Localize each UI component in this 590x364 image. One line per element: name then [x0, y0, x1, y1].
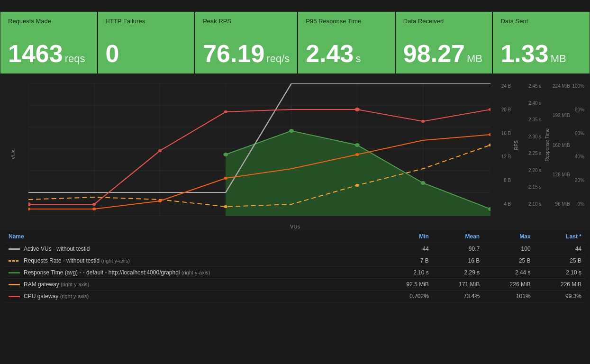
metric-card-p95-response-time: P95 Response Time 2.43s: [298, 12, 396, 73]
chart-section: VUs 100 70 50 30 20 10: [0, 74, 590, 230]
table-row: RAM gateway (right y-axis) 92.5 MiB 171 …: [5, 279, 585, 291]
legend-mean: 90.7: [433, 243, 483, 255]
svg-point-48: [355, 108, 360, 111]
legend-last: 44: [535, 243, 585, 255]
metric-value: 0: [106, 41, 187, 66]
legend-last: 25 B: [535, 255, 585, 267]
metric-card-http-failures: HTTP Failures 0: [98, 12, 196, 73]
svg-point-40: [158, 200, 162, 202]
table-row: Requests Rate - without testid (right y-…: [5, 255, 585, 267]
svg-point-45: [92, 203, 96, 206]
table-row: Response Time (avg) - - default - http:/…: [5, 267, 585, 279]
svg-point-44: [28, 202, 31, 206]
legend-max: 25 B: [483, 255, 534, 267]
col-mean: Mean: [433, 230, 483, 243]
legend-mean: 73.4%: [433, 291, 483, 302]
legend-last: 2.10 s: [535, 267, 585, 279]
header: [0, 0, 590, 11]
svg-point-36: [355, 184, 359, 187]
legend-mean: 2.29 s: [433, 267, 483, 279]
svg-point-39: [92, 208, 96, 210]
metric-label: Data Sent: [500, 18, 582, 25]
legend-row-name: RAM gateway (right y-axis): [5, 279, 379, 291]
table-row: Active VUs - without testid 44 90.7 100 …: [5, 243, 585, 255]
table-row: CPU gateway (right y-axis) 0.702% 73.4% …: [5, 291, 585, 302]
legend-table: Name Min Mean Max Last * Active VUs - wi…: [5, 230, 585, 302]
svg-point-31: [289, 129, 294, 133]
legend-mean: 171 MiB: [433, 279, 483, 291]
svg-point-49: [421, 120, 425, 123]
metric-label: Peak RPS: [203, 18, 290, 25]
legend-max: 100: [483, 243, 534, 255]
metrics-row: Requests Made 1463reqs HTTP Failures 0 P…: [0, 11, 590, 74]
y-axis-label: VUs: [10, 150, 16, 160]
legend-max: 226 MiB: [483, 279, 534, 291]
legend-row-name: Active VUs - without testid: [5, 243, 379, 255]
svg-point-30: [223, 153, 228, 156]
legend-min: 44: [379, 243, 433, 255]
svg-point-33: [421, 181, 426, 185]
legend-max: 2.44 s: [483, 267, 534, 279]
legend-row-name: Response Time (avg) - - default - http:/…: [5, 267, 379, 279]
legend-min: 92.5 MiB: [379, 279, 433, 291]
legend-mean: 16 B: [433, 255, 483, 267]
metric-card-data-received: Data Received 98.27MB: [396, 12, 493, 73]
svg-point-42: [355, 153, 359, 156]
svg-point-38: [28, 208, 30, 210]
legend-row-name: Requests Rate - without testid (right y-…: [5, 255, 379, 267]
svg-point-47: [224, 110, 228, 113]
metric-card-data-sent: Data Sent 1.33MB: [493, 12, 590, 73]
col-max: Max: [483, 230, 534, 243]
svg-point-35: [224, 205, 228, 208]
legend-min: 7 B: [379, 255, 433, 267]
metric-value: 98.27MB: [403, 41, 485, 66]
legend-section: Name Min Mean Max Last * Active VUs - wi…: [0, 230, 590, 307]
legend-min: 2.10 s: [379, 267, 433, 279]
legend-last: 226 MiB: [535, 279, 585, 291]
metric-label: HTTP Failures: [106, 18, 187, 25]
col-min: Min: [379, 230, 433, 243]
metric-label: P95 Response Time: [306, 18, 387, 25]
svg-point-32: [355, 143, 360, 147]
metric-value: 1.33MB: [500, 41, 582, 66]
metric-card-requests-made: Requests Made 1463reqs: [0, 12, 98, 73]
legend-min: 0.702%: [379, 291, 433, 302]
svg-point-46: [158, 149, 162, 152]
metric-value: 76.19req/s: [203, 41, 290, 66]
metric-card-peak-rps: Peak RPS 76.19req/s: [195, 12, 298, 73]
metric-label: Data Received: [403, 18, 485, 25]
metric-label: Requests Made: [8, 18, 90, 25]
chart-svg: 100 70 50 30 20 10 16:32:00 16:32:05 16:…: [28, 83, 490, 216]
right-axes: 24 B 20 B 16 B 12 B 8 B 4 B RPS 2.45 s 2…: [490, 83, 585, 207]
legend-max: 101%: [483, 291, 534, 302]
x-axis-label: VUs: [248, 224, 343, 229]
svg-point-41: [224, 177, 228, 180]
legend-row-name: CPU gateway (right y-axis): [5, 291, 379, 302]
metric-value: 2.43s: [306, 41, 387, 66]
col-name: Name: [5, 230, 379, 243]
col-last: Last *: [535, 230, 585, 243]
chart-container: VUs 100 70 50 30 20 10: [5, 79, 585, 230]
metric-value: 1463reqs: [8, 41, 90, 66]
legend-last: 99.3%: [535, 291, 585, 302]
